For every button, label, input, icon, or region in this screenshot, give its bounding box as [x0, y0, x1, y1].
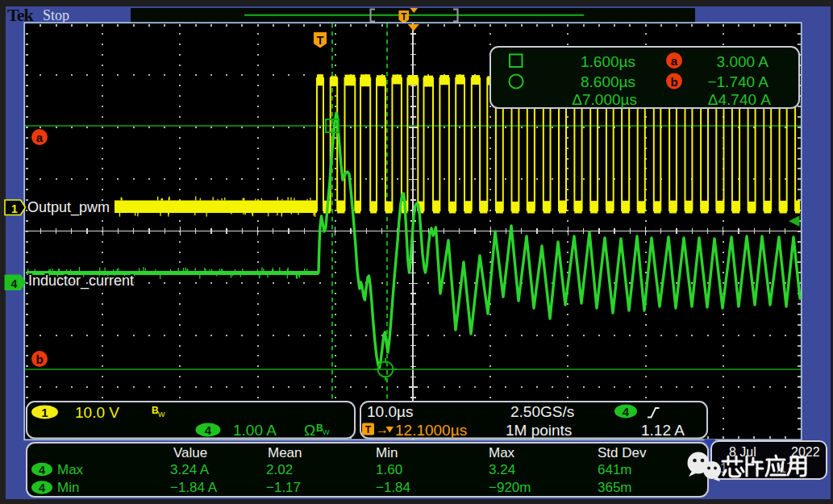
svg-text:4: 4 — [11, 277, 18, 290]
svg-text:W: W — [323, 428, 330, 436]
svg-text:1: 1 — [11, 202, 18, 215]
svg-text:Ω: Ω — [304, 422, 315, 439]
svg-text:−1.17: −1.17 — [266, 480, 301, 495]
svg-text:1M points: 1M points — [506, 422, 572, 439]
svg-text:Max: Max — [57, 462, 84, 477]
svg-text:641m: 641m — [598, 462, 632, 477]
svg-text:3.000 A: 3.000 A — [717, 53, 769, 70]
svg-text:Δ7.000µs: Δ7.000µs — [572, 91, 637, 108]
svg-text:4: 4 — [39, 464, 45, 477]
svg-text:→: → — [376, 423, 389, 436]
svg-text:1.600µs: 1.600µs — [581, 53, 635, 70]
svg-text:T: T — [317, 34, 324, 47]
svg-text:Stop: Stop — [43, 7, 69, 23]
svg-text:2.50GS/s: 2.50GS/s — [510, 403, 574, 420]
svg-text:2.02: 2.02 — [266, 462, 293, 477]
svg-text:b: b — [35, 352, 43, 366]
svg-text:Min: Min — [376, 445, 398, 460]
svg-text:10.0 V: 10.0 V — [75, 404, 119, 421]
svg-text:Std Dev: Std Dev — [598, 445, 647, 460]
svg-text:10.0µs: 10.0µs — [367, 403, 413, 420]
svg-text:a: a — [671, 54, 678, 68]
svg-text:a: a — [36, 131, 44, 144]
svg-text:W: W — [158, 410, 165, 419]
svg-text:−920m: −920m — [489, 480, 531, 495]
svg-text:Tek: Tek — [7, 5, 34, 25]
svg-text:1.00 A: 1.00 A — [233, 422, 277, 439]
svg-text:Value: Value — [173, 445, 207, 460]
svg-text:−1.84 A: −1.84 A — [170, 480, 218, 495]
svg-text:8 Jul: 8 Jul — [729, 445, 756, 459]
svg-text:4: 4 — [39, 481, 45, 494]
svg-text:Max: Max — [489, 445, 515, 460]
svg-text:Inductor_current: Inductor_current — [28, 273, 134, 289]
svg-text:Mean: Mean — [268, 445, 302, 460]
svg-text:T: T — [365, 424, 372, 435]
svg-text:4: 4 — [205, 423, 212, 437]
svg-text:1: 1 — [41, 406, 48, 419]
svg-text:12.1000µs: 12.1000µs — [395, 422, 467, 439]
svg-text:Δ4.740 A: Δ4.740 A — [708, 91, 772, 108]
svg-text:1.60: 1.60 — [376, 462, 402, 477]
svg-text:8.600µs: 8.600µs — [581, 73, 635, 90]
svg-text:365m: 365m — [598, 480, 632, 495]
svg-text:1.12 A: 1.12 A — [641, 422, 685, 439]
svg-text:b: b — [670, 75, 677, 89]
svg-text:4: 4 — [623, 405, 630, 419]
svg-text:−1.84: −1.84 — [376, 480, 410, 495]
svg-text:Min: Min — [57, 480, 79, 495]
svg-text:T: T — [401, 11, 407, 23]
svg-text:−1.740 A: −1.740 A — [707, 73, 768, 90]
svg-text:Output_pwm: Output_pwm — [27, 199, 110, 216]
svg-text:3.24: 3.24 — [489, 462, 515, 477]
svg-text:3.24 A: 3.24 A — [170, 462, 210, 477]
